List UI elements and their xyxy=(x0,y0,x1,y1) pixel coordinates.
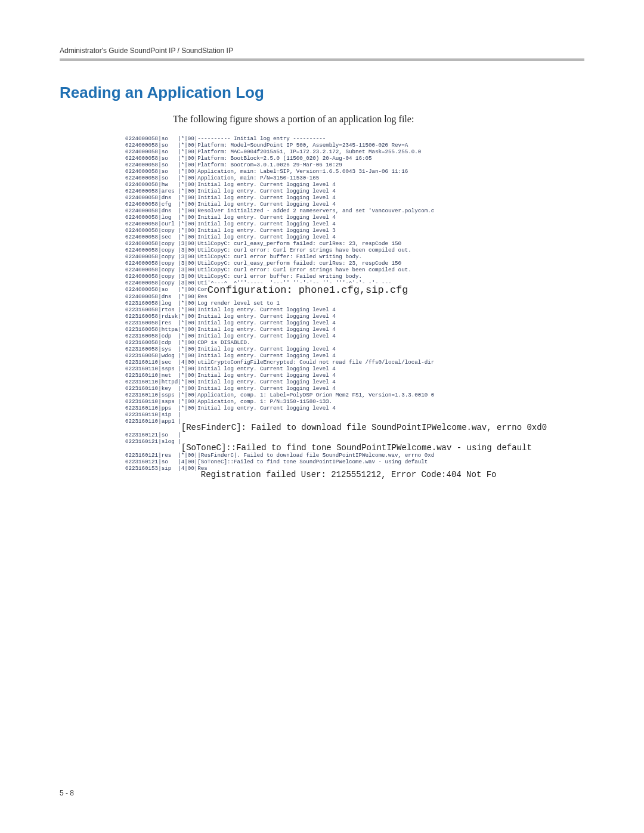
log-line: 0224000058|so |*|00|---------- Initial l… xyxy=(125,135,519,142)
section-title: Reading an Application Log xyxy=(60,83,584,102)
log-line: 0223160058|cdp |*|00|CDP is DISABLED. xyxy=(125,339,519,346)
log-line: 0224000058|copy |3|00|UtilCopyC: curl er… xyxy=(125,267,519,273)
log-line: 0223160110|key |*|00|Initial log entry. … xyxy=(125,385,519,392)
log-line: 0224000058|copy |*|00|Initial log entry.… xyxy=(125,227,519,234)
log-line: 0223160110|ssps |*|00|Application, comp.… xyxy=(125,392,519,398)
section-intro: The following figure shows a portion of … xyxy=(173,114,584,125)
log-line: 0224000058|so |*|00|Platform: Model=Soun… xyxy=(125,142,519,148)
overlay-config-text: Configuration: phone1.cfg,sip.cfg xyxy=(208,287,408,293)
log-overlay-resfinder-row: [ResFinderC]: Failed to download file So… xyxy=(125,425,519,432)
log-overlay-sotone-row: [SoToneC]::Failed to find tone SoundPoin… xyxy=(125,445,519,452)
log-line: 0224000058|dns |*|00|Initial log entry. … xyxy=(125,194,519,201)
log-line: 0223160121|so | xyxy=(125,432,519,438)
log-line: 0223160110|ssps |*|00|Application, comp.… xyxy=(125,398,519,405)
log-line: 0224000058|so |*|00|Application, main: L… xyxy=(125,168,519,175)
log-line: 0224000058|copy |3|00|UtilCopyC: curl_ea… xyxy=(125,260,519,267)
log-line: 0223160110|net |*|00|Initial log entry. … xyxy=(125,372,519,379)
log-line: 0224000058|copy |3|00|UtilCopyC: curl_ea… xyxy=(125,240,519,247)
log-line: 0224000058|sec |*|00|Initial log entry. … xyxy=(125,234,519,240)
log-line: 0224000058|cfg |*|00|Initial log entry. … xyxy=(125,201,519,208)
log-line: 0223160058|sys |*|00|Initial log entry. … xyxy=(125,346,519,352)
log-line: 0224000058|so |*|00|Platform: Bootrom=3.… xyxy=(125,162,519,168)
log-line: 0224000058|log |*|00|Initial log entry. … xyxy=(125,214,519,221)
log-line: 0224000058|copy |3|00|UtilCopyC: curl er… xyxy=(125,273,519,280)
log-block-2: 0223160058|log |*|00|Log render level se… xyxy=(125,300,519,425)
log-line: 0223160058|httpa|*|00|Initial log entry.… xyxy=(125,326,519,333)
log-figure: 0224000058|so |*|00|---------- Initial l… xyxy=(125,135,519,479)
log-overlay-config-a: 0224000058|so |*|00|CorConfiguration: ph… xyxy=(125,286,519,293)
log-line: 0223160121|res |*|00||ResFinderC|. Faile… xyxy=(125,452,519,459)
log-line: 0223160058|res |*|00|Initial log entry. … xyxy=(125,320,519,326)
log-line: 0223160110|ssps |*|00|Initial log entry.… xyxy=(125,366,519,372)
overlay-resfinder-text: [ResFinderC]: Failed to download file So… xyxy=(181,423,547,432)
log-line: 0224000058|so |*|00|Platform: MAC=0004f2… xyxy=(125,148,519,155)
log-line: 0224000058|curl |*|00|Initial log entry.… xyxy=(125,221,519,227)
log-line: 0224000058|so |*|00|Platform: BootBlock=… xyxy=(125,155,519,162)
log-line: 0223160110|sec |4|00|utilCryptoConfigFil… xyxy=(125,359,519,366)
log-line: 0224000058|copy |3|00|UtilCopyC: curl er… xyxy=(125,247,519,253)
overlay-sotone-text: [SoToneC]::Failed to find tone SoundPoin… xyxy=(181,443,532,453)
log-line: 0224000058|hw |*|00|Initial log entry. C… xyxy=(125,181,519,188)
page-number: 5 - 8 xyxy=(60,789,74,797)
log-line: 0223160058|rtos |*|00|Initial log entry.… xyxy=(125,306,519,313)
running-header: Administrator's Guide SoundPoint IP / So… xyxy=(60,47,584,55)
log-block-1: 0224000058|so |*|00|---------- Initial l… xyxy=(125,135,519,286)
log-line: 0223160058|wdog |*|00|Initial log entry.… xyxy=(125,352,519,359)
log-line: 0224000058|dns |*|00|Resolver initialize… xyxy=(125,208,519,214)
log-line: 0223160110|pps |*|00|Initial log entry. … xyxy=(125,405,519,411)
header-rule xyxy=(60,58,584,61)
log-line: 0223160121|so |4|00|[SoToneC]::Failed to… xyxy=(125,459,519,465)
log-overlay-reg-row: Registration failed User: 2125551212, Er… xyxy=(125,472,519,479)
log-line: 0224000058|ares |*|00|Initial log entry.… xyxy=(125,188,519,194)
log-line: 0223160110|httpd|*|00|Initial log entry.… xyxy=(125,379,519,385)
log-block-4: 0223160121|res |*|00||ResFinderC|. Faile… xyxy=(125,452,519,472)
log-line: 0224000058|so |*|00|Application, main: P… xyxy=(125,175,519,181)
log-line: 0223160110|sip | xyxy=(125,411,519,418)
log-line: 0223160058|cdp |*|00|Initial log entry. … xyxy=(125,333,519,339)
log-line: 0223160058|log |*|00|Log render level se… xyxy=(125,300,519,306)
overlay-registration-text: Registration failed User: 2125551212, Er… xyxy=(201,470,497,479)
log-line: 0223160058|rdisk|*|00|Initial log entry.… xyxy=(125,313,519,320)
log-line: 0224000058|copy |3|00|UtilCopyC: curl er… xyxy=(125,253,519,260)
